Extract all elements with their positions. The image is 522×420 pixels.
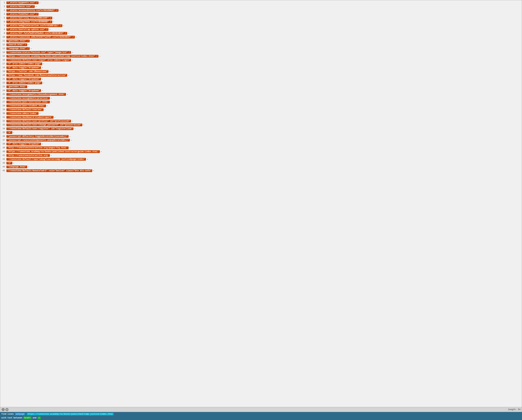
- table-row: 8"_static/bootstrap-sphinx.css" /-: [0, 28, 522, 31]
- token-dash: -: [28, 44, 29, 46]
- line-content: "_static/webgldemo.css?v=B36B48D" /-: [7, 21, 54, 23]
- table-row: 37"javascript:runestoneComponents.popupS…: [0, 138, 522, 142]
- token-dash: -: [43, 82, 44, 84]
- zoom-in-button[interactable]: +: [5, 408, 8, 411]
- token-value: "https://runestone.academy/ns/books/publ…: [7, 55, 99, 58]
- table-row: 9"_static/637.fafafbd97df8a0d1.css?v=B53…: [0, 31, 522, 35]
- token-value: '/runestone/dashboard/studentreport': [7, 116, 54, 119]
- token-dash: -: [42, 143, 43, 145]
- token-dash: -: [51, 97, 52, 100]
- token-dash: -: [28, 86, 29, 88]
- token-dash: -: [68, 32, 69, 35]
- line-content: '/runestone/default/reportabug?course=co…: [7, 158, 88, 161]
- line-number: 37: [0, 139, 7, 141]
- token-value: "_static/webgldemo.css?v=B36B48D" /: [7, 21, 52, 23]
- token-dash: -: [31, 40, 32, 42]
- token-value: "_static/CodeChat.css" /: [7, 13, 38, 16]
- line-number: 7: [0, 24, 7, 27]
- token-value: "_static/basic.css" /: [7, 5, 35, 8]
- line-number: 3: [0, 9, 7, 12]
- line-number: 22: [0, 82, 7, 84]
- line-content: "/runestone/default/user/register" id="r…: [7, 127, 76, 130]
- token-dash: -: [93, 170, 94, 172]
- table-row: 45"/runestone/default/donate?ad=1" role=…: [0, 169, 522, 172]
- table-row: 44"language.html"-: [0, 165, 522, 169]
- token-value: '/runestone/peer/instructor.html': [7, 101, 50, 103]
- table-row: 36"javascript:ACFactory.toggleScratchAct…: [0, 135, 522, 138]
- token-value: "https://www.facebook.com/RunestoneInter…: [7, 74, 67, 77]
- table-row: 32"/runestone/default/user/profile" id="…: [0, 119, 522, 123]
- token-value: "genindex.html" /: [7, 39, 30, 42]
- line-number: 35: [0, 131, 7, 134]
- main-container: 1"_static/pygments.css" /-2"_static/basi…: [0, 0, 522, 420]
- token-value: '/runestone/default/courses': [7, 108, 44, 111]
- table-row: 17"#" aria-label="index-page"-: [0, 62, 522, 66]
- line-content: "_static/637.fafafbd97df8a0d1.css?v=B536…: [7, 32, 69, 35]
- token-value: 'https://runestone.academy/ns/books/publ…: [7, 150, 100, 153]
- line-content: "#" aria-label="index-page"-: [7, 62, 44, 65]
- line-content: '/runestone/assignments/practice'-: [7, 97, 52, 100]
- line-number: 43: [0, 162, 7, 164]
- token-value: "/runestone/default/user/profile" id="pr…: [7, 120, 71, 122]
- table-row: 20"https://www.facebook.com/RunestoneInt…: [0, 73, 522, 77]
- line-number: 39: [0, 147, 7, 149]
- line-number: 42: [0, 158, 7, 160]
- table-row: 41'http://runestoneinteractive.org'-: [0, 154, 522, 157]
- table-row: 18"#" data-toggle="dropdown"-: [0, 66, 522, 70]
- line-content: '#'-: [7, 131, 14, 134]
- line-number: 33: [0, 124, 7, 126]
- token-value: 'http://runestoneinteractive.org': [7, 154, 50, 157]
- webpage-tag: webpage: [15, 413, 25, 415]
- table-row: 13"language.html" /-: [0, 47, 522, 51]
- line-content: "_static/pygments.css" /-: [7, 1, 41, 4]
- token-dash: -: [35, 5, 37, 8]
- line-content: '/runestone/peer/instructor.html'-: [7, 101, 52, 103]
- line-number: 18: [0, 67, 7, 69]
- code-lines[interactable]: 1"_static/pygments.css" /-2"_static/basi…: [0, 0, 522, 407]
- table-row: 27'/runestone/peer/instructor.html'-: [0, 100, 522, 104]
- line-content: "/runestone/static/favicon.ico" type="im…: [7, 51, 73, 54]
- line-content: "https://www.facebook.com/RunestoneInter…: [7, 74, 69, 77]
- token-dash: -: [70, 139, 72, 142]
- token-dash: -: [51, 101, 52, 103]
- line-number: 23: [0, 86, 7, 88]
- table-row: 24"#" data-toggle="dropdown"-: [0, 89, 522, 92]
- line-number: 6: [0, 21, 7, 23]
- line-number: 28: [0, 105, 7, 107]
- line-number: 25: [0, 93, 7, 96]
- table-row: 43"#"-: [0, 161, 522, 165]
- token-value: "_static/637.fafafbd97df8a0d1.css?v=B536…: [7, 32, 67, 35]
- line-number: 38: [0, 143, 7, 145]
- token-dash: -: [76, 36, 77, 38]
- line-number: 2: [0, 5, 7, 8]
- line-content: "https://runestone.academy/ns/books/publ…: [7, 55, 100, 58]
- table-row: 12"search.html" /-: [0, 43, 522, 47]
- line-content: '/runestone/peer/student.html'-: [7, 105, 48, 107]
- line-content: '/runestone/dashboard/studentreport'-: [7, 116, 56, 119]
- token-dash: -: [68, 74, 69, 77]
- line-number: 9: [0, 32, 7, 35]
- token-dash: -: [42, 89, 43, 92]
- line-number: 45: [0, 170, 7, 172]
- token-value: '/runestone/peer/student.html': [7, 105, 46, 107]
- zoom-out-button[interactable]: -: [1, 408, 5, 411]
- line-number: 44: [0, 166, 7, 168]
- token-value: '#': [7, 131, 12, 134]
- token-value: "#" data-toggle="dropdown": [7, 78, 41, 81]
- token-dash: -: [39, 13, 41, 16]
- table-row: 5"_static/matrixeq.css?v=58BC228F" /-: [0, 16, 522, 20]
- line-content: "#" data-toggle="dropdown"-: [7, 78, 43, 81]
- table-row: 29'/runestone/default/courses'-: [0, 108, 522, 112]
- token-value: "_static/matrixeq.css?v=58BC228F" /: [7, 17, 52, 19]
- table-row: 25'/runestone/assignments/chooseAssignme…: [0, 92, 522, 96]
- token-dash: -: [49, 28, 51, 31]
- line-number: 36: [0, 135, 7, 138]
- token-value: "javascript:runestoneComponents.popupScr…: [7, 139, 70, 142]
- line-number: 34: [0, 128, 7, 130]
- table-row: 23'genindex.html'-: [0, 85, 522, 89]
- table-row: 30'/runestone/admin/index'-: [0, 112, 522, 115]
- token-value: 'http://runestoneinteractive.org/pages/f…: [7, 146, 69, 149]
- line-number: 12: [0, 44, 7, 46]
- token-dash: -: [72, 120, 73, 122]
- line-content: "genindex.html" /-: [7, 39, 32, 42]
